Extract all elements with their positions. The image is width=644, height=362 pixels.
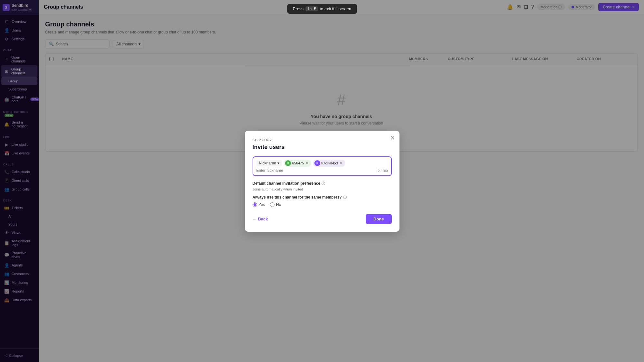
radio-yes-text: Yes xyxy=(259,202,265,207)
radio-no-text: No xyxy=(276,202,281,207)
tag-tutorial-bot-avatar: B xyxy=(314,160,320,166)
tag-tutorial-bot-label: tutorial-bot xyxy=(322,161,338,165)
fullscreen-toast-text-before: Press xyxy=(293,6,303,11)
radio-yes[interactable] xyxy=(253,202,257,207)
tag-656475: U 656475 ✕ xyxy=(284,160,311,167)
same-members-info-icon[interactable]: ⓘ xyxy=(343,195,347,200)
invite-nickname-input[interactable] xyxy=(256,168,388,173)
radio-group: Yes No xyxy=(253,202,392,207)
back-button[interactable]: ← Back xyxy=(253,217,268,221)
modal-title: Invite users xyxy=(253,144,392,151)
tag-tutorial-bot-remove[interactable]: ✕ xyxy=(340,161,343,165)
pref-info-icon[interactable]: ⓘ xyxy=(322,181,325,186)
tag-656475-avatar: U xyxy=(285,160,291,166)
tag-656475-remove[interactable]: ✕ xyxy=(305,161,309,165)
invite-input-box[interactable]: Nickname ▾ U 656475 ✕ B tutorial-bot ✕ 2… xyxy=(253,156,392,176)
pref-section: Default channel invitation preference ⓘ … xyxy=(253,181,392,207)
done-button[interactable]: Done xyxy=(366,214,392,224)
nickname-label: Nickname xyxy=(259,161,276,165)
tag-tutorial-bot: B tutorial-bot ✕ xyxy=(313,160,345,167)
dropdown-chevron-icon: ▾ xyxy=(277,161,279,165)
radio-no[interactable] xyxy=(270,202,274,207)
pref-desc: Joins automatically when invited xyxy=(253,187,392,191)
tag-656475-label: 656475 xyxy=(292,161,304,165)
modal-footer: ← Back Done xyxy=(253,214,392,224)
same-members-question: Always use this channel for the same mem… xyxy=(253,195,392,200)
radio-no-label[interactable]: No xyxy=(270,202,281,207)
modal-close-button[interactable]: ✕ xyxy=(390,135,395,141)
modal-step: STEP 2 OF 2 xyxy=(253,138,392,142)
nickname-dropdown[interactable]: Nickname ▾ xyxy=(256,160,282,166)
back-arrow-icon: ← xyxy=(253,217,257,221)
modal-overlay: STEP 2 OF 2 Invite users ✕ Nickname ▾ U … xyxy=(0,0,644,362)
invite-users-modal: STEP 2 OF 2 Invite users ✕ Nickname ▾ U … xyxy=(245,131,399,232)
radio-yes-label[interactable]: Yes xyxy=(253,202,265,207)
invite-count: 2 / 100 xyxy=(378,169,388,173)
fullscreen-toast-text-after: to exit full screen xyxy=(320,6,351,11)
done-label: Done xyxy=(373,217,384,221)
back-label: Back xyxy=(258,217,268,221)
invite-input-top: Nickname ▾ U 656475 ✕ B tutorial-bot ✕ xyxy=(256,160,388,167)
pref-label: Default channel invitation preference ⓘ xyxy=(253,181,392,186)
fullscreen-key: fn F xyxy=(305,6,318,11)
fullscreen-toast: Press fn F to exit full screen xyxy=(287,4,357,14)
